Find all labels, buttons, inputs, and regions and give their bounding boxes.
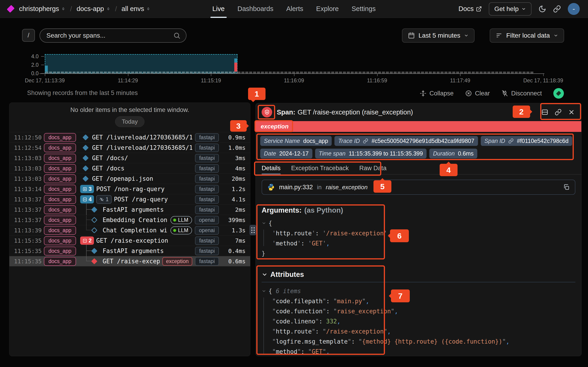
y-axis-label: 2.0	[25, 62, 39, 68]
expand-count-badge[interactable]: 2	[80, 236, 94, 245]
span-row[interactable]: 11:13:03docs_appGET /docsfastapi4ms	[9, 163, 250, 173]
code-line: "code.lineno": 332,	[262, 316, 575, 326]
service-pill[interactable]: docs_app	[44, 143, 76, 152]
span-diamond-icon	[82, 165, 89, 172]
dark-mode-toggle-moon-icon[interactable]	[538, 5, 546, 13]
x-axis-label: 11:15:19	[201, 77, 221, 84]
service-pill[interactable]: docs_app	[44, 195, 76, 204]
scope-tag-pill[interactable]: fastapi	[195, 154, 219, 162]
live-status-badge[interactable]	[553, 88, 564, 99]
calendar-icon	[408, 32, 415, 39]
x-axis-tick	[377, 74, 378, 76]
span-timestamp: 11:13:14	[14, 186, 42, 192]
tab-details[interactable]: Details	[262, 162, 281, 174]
span-row[interactable]: 11:13:03docs_appGET /openapi.jsonfastapi…	[9, 173, 250, 184]
logfire-logo-icon[interactable]	[7, 5, 15, 13]
service-pill[interactable]: docs_app	[44, 226, 76, 235]
llm-pill[interactable]: LLM	[170, 216, 192, 224]
share-link-icon[interactable]	[553, 5, 561, 13]
user-avatar[interactable]: -	[568, 3, 580, 15]
filter-dropdown[interactable]: Filter local data	[490, 28, 564, 43]
tree-cell	[80, 205, 100, 215]
meta-chip-span-id[interactable]: Span ID#f0110e542c798c6d	[481, 136, 572, 146]
copy-icon[interactable]	[563, 184, 570, 191]
span-row[interactable]: 11:13:37docs_appFastAPI argumentsfastapi…	[9, 204, 250, 215]
scope-tag-pill[interactable]: openai	[195, 226, 219, 235]
scope-tag-pill[interactable]: fastapi	[195, 257, 219, 266]
panel-resize-grip[interactable]	[250, 225, 256, 235]
exception-pill[interactable]: exception	[162, 257, 192, 266]
source-location-box: main.py:332 in raise_exception	[262, 180, 575, 195]
service-pill[interactable]: docs_app	[44, 236, 76, 245]
org-switcher[interactable]: christophergs	[19, 5, 65, 13]
expand-count-badge[interactable]: 4	[80, 195, 94, 203]
span-metadata: Service Namedocs_app Trace ID#c5ec500504…	[256, 132, 581, 162]
span-row[interactable]: 11:15:35docs_app2GET /raise-exceptionfas…	[9, 235, 250, 246]
service-pill[interactable]: docs_app	[44, 185, 76, 194]
time-selection-window[interactable]	[45, 54, 237, 73]
service-pill[interactable]: docs_app	[44, 205, 76, 214]
copy-link-icon[interactable]	[555, 109, 562, 116]
span-row[interactable]: 11:15:35docs_appGET /raise-exception …ex…	[9, 256, 250, 266]
scope-tag-pill[interactable]: openai	[195, 216, 219, 224]
tab-dashboards[interactable]: Dashboards	[237, 0, 273, 18]
span-row[interactable]: 11:13:39docs_appChat Completion with '…L…	[9, 225, 250, 235]
service-pill[interactable]: docs_app	[44, 257, 76, 266]
attributes-heading[interactable]: Attributes	[262, 270, 575, 279]
span-diamond-icon	[91, 227, 97, 234]
expand-count-badge[interactable]: 3	[80, 185, 94, 193]
service-pill[interactable]: docs_app	[44, 133, 76, 142]
scope-tag-pill[interactable]: fastapi	[195, 175, 219, 183]
scope-tag-pill[interactable]: fastapi	[195, 185, 219, 193]
scope-tag-pill[interactable]: fastapi	[195, 144, 219, 152]
span-row[interactable]: 11:13:37docs_app41POST /rag-queryfastapi…	[9, 194, 250, 204]
span-row[interactable]: 11:13:03docs_appGET /docs/fastapi3ms	[9, 153, 250, 163]
close-icon[interactable]	[568, 109, 575, 116]
collapse-button[interactable]: Collapse	[420, 90, 454, 97]
meta-chip-trace-id[interactable]: Trace ID#c5ec5005042796e91d5db42ca9fd980…	[334, 136, 478, 146]
span-row[interactable]: 11:12:54docs_appGET /livereload/12703636…	[9, 142, 250, 153]
service-pill[interactable]: docs_app	[44, 164, 76, 173]
span-row[interactable]: 11:13:14docs_app3POST /non-rag-queryfast…	[9, 184, 250, 194]
tab-raw-data[interactable]: Raw Data	[359, 162, 387, 174]
span-row[interactable]: 11:13:37docs_appEmbedding Creation wit…L…	[9, 215, 250, 225]
tab-alerts[interactable]: Alerts	[286, 0, 303, 18]
baseline-activity-selected	[45, 72, 237, 73]
span-name: FastAPI arguments	[103, 206, 164, 213]
link-icon	[363, 138, 368, 144]
span-row[interactable]: 11:12:50docs_appGET /livereload/12703636…	[9, 132, 250, 142]
scope-tag-pill[interactable]: fastapi	[195, 247, 219, 255]
tree-connector	[86, 204, 92, 210]
histogram-bar-error	[234, 63, 237, 72]
tab-settings[interactable]: Settings	[352, 0, 376, 18]
llm-pill[interactable]: LLM	[170, 226, 192, 234]
panel-layout-icon[interactable]	[541, 109, 548, 116]
service-pill[interactable]: docs_app	[44, 174, 76, 183]
docs-link[interactable]: Docs	[458, 5, 482, 13]
clear-button[interactable]: Clear	[465, 90, 490, 97]
service-pill[interactable]: docs_app	[44, 154, 76, 163]
service-pill[interactable]: docs_app	[44, 216, 76, 225]
y-axis-tick	[41, 56, 44, 57]
span-row[interactable]: 11:15:35docs_appFastAPI argumentsfastapi…	[9, 246, 250, 256]
project-switcher[interactable]: docs-app	[77, 5, 110, 13]
scope-tag-pill[interactable]: fastapi	[195, 164, 219, 173]
disconnect-button[interactable]: Disconnect	[501, 90, 542, 97]
tab-exception-traceback[interactable]: Exception Traceback	[291, 162, 349, 174]
tree-cell	[80, 153, 90, 163]
hidden-spans-badge[interactable]: 1	[96, 195, 112, 204]
scope-tag-pill[interactable]: fastapi	[195, 133, 219, 142]
today-button[interactable]: Today	[115, 116, 144, 127]
time-range-dropdown[interactable]: Last 5 minutes	[402, 28, 475, 43]
service-pill[interactable]: docs_app	[44, 247, 76, 256]
get-help-button[interactable]: Get help	[489, 2, 531, 16]
search-input[interactable]	[46, 32, 173, 39]
tab-live[interactable]: Live	[212, 0, 225, 18]
source-file[interactable]: main.py:332	[279, 184, 313, 191]
env-switcher[interactable]: all envs	[121, 5, 150, 13]
tab-explore[interactable]: Explore	[316, 0, 338, 18]
scope-tag-pill[interactable]: fastapi	[195, 195, 219, 204]
filter-icon	[496, 32, 502, 39]
scope-tag-pill[interactable]: fastapi	[195, 206, 219, 214]
scope-tag-pill[interactable]: fastapi	[195, 236, 219, 245]
